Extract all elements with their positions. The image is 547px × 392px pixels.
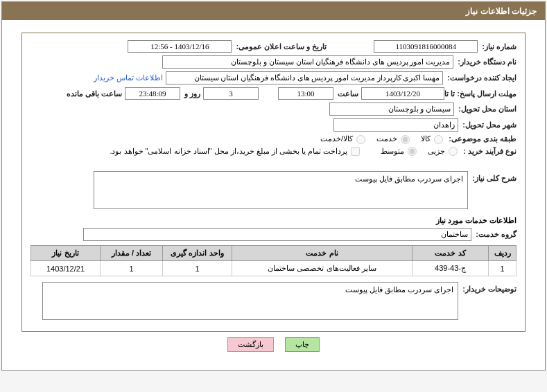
details-panel: شماره نیاز: 1103091816000084 تاریخ و ساع…: [21, 33, 526, 332]
ptype-medium-label: متوسط: [381, 147, 404, 155]
deadline-time: 13:00: [278, 87, 333, 100]
cat-service-label: خدمت: [376, 134, 397, 143]
ptype-medium-option[interactable]: متوسط: [381, 147, 418, 157]
purchase-type-label: نوع فرآیند خرید :: [462, 147, 516, 156]
public-announce-label: تاریخ و ساعت اعلان عمومی:: [234, 42, 327, 51]
col-date: تاریخ نیاز: [31, 246, 101, 261]
buyer-org-label: نام دستگاه خریدار:: [456, 57, 516, 66]
cell-qty: 1: [101, 261, 163, 276]
cell-unit: 1: [163, 261, 232, 276]
time-left: 23:48:09: [125, 87, 180, 100]
table-row: 1 ج-43-439 سایر فعالیت‌های تخصصی ساختمان…: [31, 261, 516, 276]
buyer-notes-value: اجرای سردرب مطابق فایل پیوست: [42, 282, 458, 320]
cat-both-option[interactable]: کالا/خدمت: [320, 134, 367, 144]
city-label: شهر محل تحویل:: [461, 121, 516, 130]
col-name: نام خدمت: [232, 246, 413, 261]
public-announce-value: 1403/12/16 - 12:56: [128, 40, 232, 53]
deadline-label: مهلت ارسال پاسخ: تا تاریخ:: [447, 89, 516, 98]
need-no-value: 1103091816000084: [374, 40, 478, 53]
contact-link[interactable]: اطلاعات تماس خریدار: [94, 73, 163, 82]
hour-label: ساعت: [336, 89, 358, 98]
col-row: ردیف: [489, 246, 516, 261]
need-no-label: شماره نیاز:: [480, 42, 516, 51]
service-group-label: گروه خدمت:: [474, 230, 516, 239]
col-qty: تعداد / مقدار: [101, 246, 163, 261]
deadline-date: 1403/12/20: [361, 87, 444, 100]
services-info-heading: اطلاعات خدمات مورد نیاز: [31, 216, 516, 225]
subject-cat-label: طبقه بندی موضوعی:: [447, 134, 516, 143]
province-value: سیستان و بلوچستان: [329, 103, 454, 116]
cat-both-label: کالا/خدمت: [320, 134, 353, 143]
cell-name: سایر فعالیت‌های تخصصی ساختمان: [232, 261, 413, 276]
cat-service-option[interactable]: خدمت: [376, 134, 411, 144]
city-value: زاهدان: [333, 118, 458, 132]
ptype-minor-label: جزیی: [428, 147, 445, 155]
back-button[interactable]: بازگشت: [227, 337, 274, 352]
buyer-org-value: مدیریت امور پردیس های دانشگاه فرهنگیان ا…: [162, 55, 453, 69]
col-unit: واحد اندازه گیری: [163, 246, 232, 261]
print-button[interactable]: چاپ: [285, 337, 320, 352]
col-code: کد خدمت: [413, 246, 489, 261]
need-desc-label: شرح کلی نیاز:: [471, 171, 516, 183]
remaining-label: ساعت باقی مانده: [65, 89, 122, 98]
need-desc-value: اجرای سردرب مطابق فایل پیوست: [94, 171, 468, 209]
ptype-minor-option[interactable]: جزیی: [428, 147, 459, 157]
services-table: ردیف کد خدمت نام خدمت واحد اندازه گیری ت…: [31, 245, 516, 276]
requester-label: ایجاد کننده درخواست:: [446, 73, 516, 82]
escrow-option[interactable]: پرداخت تمام یا بخشی از مبلغ خرید،از محل …: [110, 147, 361, 157]
requester-value: مهسا اکبری کارپرداز مدیریت امور پردیس ها…: [166, 71, 443, 84]
escrow-note-label: پرداخت تمام یا بخشی از مبلغ خرید،از محل …: [110, 147, 347, 155]
days-left: 3: [203, 87, 259, 100]
cat-goods-label: کالا: [421, 134, 431, 143]
days-and-label: روز و: [183, 89, 200, 98]
page-title: جزئیات اطلاعات نیاز: [2, 2, 545, 20]
province-label: استان محل تحویل:: [457, 105, 516, 114]
cell-row: 1: [489, 261, 516, 276]
service-group-value: ساختمان: [83, 228, 471, 241]
cell-date: 1403/12/21: [31, 261, 101, 276]
cell-code: ج-43-439: [413, 261, 489, 276]
buyer-notes-label: توضیحات خریدار:: [461, 282, 516, 294]
cat-goods-option[interactable]: کالا: [421, 134, 444, 144]
